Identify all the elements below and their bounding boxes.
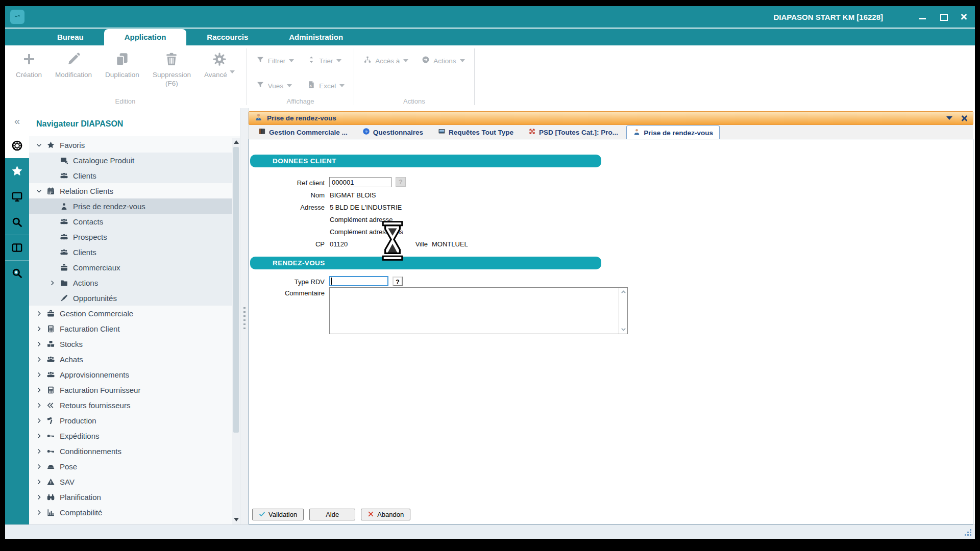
ribbon-button-excel[interactable]: X Excel bbox=[307, 81, 345, 91]
minimize-button[interactable] bbox=[919, 13, 927, 21]
validation-button[interactable]: Validation bbox=[252, 509, 304, 520]
calculator-icon bbox=[44, 324, 57, 333]
tree-item-stocks[interactable]: Stocks bbox=[29, 336, 240, 352]
type-rdv-label: Type RDV bbox=[249, 278, 325, 286]
ribbon-group-actions: Accès à Actions Actions bbox=[359, 45, 469, 108]
ribbon-button-modification[interactable]: Modification bbox=[48, 45, 99, 80]
tree-item-retours-fournisseurs[interactable]: Retours fournisseurs bbox=[29, 397, 240, 413]
tree-item-approvisionnements[interactable]: Approvisionnements bbox=[29, 367, 240, 382]
ribbon-button-actions[interactable]: Actions bbox=[422, 56, 464, 66]
tree-item-commerciaux[interactable]: Commerciaux bbox=[29, 260, 240, 275]
tree-collapsed-chevron-icon[interactable] bbox=[33, 417, 44, 424]
menu-tab-application[interactable]: Application bbox=[104, 29, 187, 45]
ref-client-help-button[interactable]: ? bbox=[396, 177, 406, 187]
rail-search-icon[interactable] bbox=[5, 209, 29, 235]
tree-item-facturation-client[interactable]: Facturation Client bbox=[29, 321, 240, 336]
scroll-up-arrow-icon[interactable] bbox=[232, 138, 240, 146]
nav-scrollbar[interactable] bbox=[232, 138, 240, 524]
tree-item-label: Catalogue Produit bbox=[73, 156, 134, 165]
scroll-down-arrow-icon[interactable] bbox=[232, 515, 240, 523]
ribbon-button-trier[interactable]: Trier bbox=[307, 56, 345, 66]
document-tab-psd-toutes-cat-pro[interactable]: PSD [Toutes Cat.]: Pro... bbox=[522, 125, 625, 139]
tree-item-contacts[interactable]: Contacts bbox=[29, 214, 240, 229]
tree-item-clients[interactable]: Clients bbox=[29, 244, 240, 260]
tree-item-favoris[interactable]: Favoris bbox=[29, 137, 240, 153]
tree-collapsed-chevron-icon[interactable] bbox=[33, 310, 44, 317]
tree-item-production[interactable]: Production bbox=[29, 413, 240, 428]
splitter-grip-icon[interactable] bbox=[243, 307, 246, 331]
rail-columns-icon[interactable] bbox=[5, 235, 29, 260]
tree-item-label: SAV bbox=[60, 478, 75, 486]
menu-tab-bureau[interactable]: Bureau bbox=[37, 29, 104, 45]
tree-collapsed-chevron-icon[interactable] bbox=[33, 509, 44, 516]
ribbon-group-label: Affichage bbox=[252, 97, 349, 108]
menu-tab-raccourcis[interactable]: Raccourcis bbox=[186, 29, 268, 45]
tree-collapsed-chevron-icon[interactable] bbox=[33, 371, 44, 378]
tree-collapsed-chevron-icon[interactable] bbox=[33, 433, 44, 439]
tree-item-pose[interactable]: Pose bbox=[29, 459, 240, 474]
panel-splitter[interactable] bbox=[240, 108, 249, 524]
type-rdv-help-button[interactable]: ? bbox=[393, 277, 403, 286]
hardhat-icon bbox=[44, 462, 57, 471]
tree-item-planification[interactable]: Planification bbox=[29, 489, 240, 505]
tree-item-prospects[interactable]: Prospects bbox=[29, 229, 240, 244]
tree-collapsed-chevron-icon[interactable] bbox=[46, 280, 58, 286]
scrollbar-thumb[interactable] bbox=[233, 147, 239, 433]
ribbon-button-suppression-f6[interactable]: Suppression (F6) bbox=[146, 45, 198, 88]
ribbon-button-vues[interactable]: Vues bbox=[256, 81, 295, 91]
type-rdv-input[interactable] bbox=[329, 276, 388, 286]
tree-collapsed-chevron-icon[interactable] bbox=[33, 479, 44, 485]
tree-item-clients[interactable]: Clients bbox=[29, 168, 240, 183]
resize-grip-icon[interactable] bbox=[964, 528, 972, 536]
tree-item-sav[interactable]: SAV bbox=[29, 474, 240, 489]
tree-item-achats[interactable]: Achats bbox=[29, 352, 240, 367]
tree-item-opportunites[interactable]: Opportunités bbox=[29, 290, 240, 306]
ribbon-button-acces-a[interactable]: Accès à bbox=[363, 56, 408, 66]
document-tab-prise-de-rendez-vous[interactable]: Prise de rendez-vous bbox=[626, 126, 720, 139]
tree-item-actions[interactable]: Actions bbox=[29, 275, 240, 290]
ref-client-input[interactable] bbox=[329, 177, 391, 187]
document-tab-questionnaires[interactable]: ?Questionnaires bbox=[356, 125, 430, 139]
abandon-button[interactable]: Abandon bbox=[361, 509, 410, 520]
check-icon bbox=[259, 511, 265, 519]
tree-item-catalogue-produit[interactable]: Catalogue Produit bbox=[29, 153, 240, 168]
tree-expanded-chevron-icon[interactable] bbox=[33, 142, 44, 148]
tree-collapsed-chevron-icon[interactable] bbox=[33, 341, 44, 347]
ribbon-button-creation[interactable]: Création bbox=[9, 45, 48, 80]
tree-item-expeditions[interactable]: Expéditions bbox=[29, 428, 240, 443]
rail-wheel-icon[interactable] bbox=[5, 133, 29, 158]
ribbon-button-duplication[interactable]: Duplication bbox=[99, 45, 146, 80]
maximize-button[interactable] bbox=[939, 13, 947, 21]
tree-item-prise-de-rendez-vous[interactable]: Prise de rendez-vous bbox=[29, 198, 240, 214]
rail-search-pin-icon[interactable] bbox=[5, 260, 29, 286]
rail-star-icon[interactable] bbox=[5, 158, 29, 184]
textarea-scrollbar[interactable] bbox=[619, 288, 627, 334]
tree-collapsed-chevron-icon[interactable] bbox=[33, 387, 44, 393]
tree-item-label: Relation Clients bbox=[60, 187, 113, 195]
tree-item-relation-clients[interactable]: Relation Clients bbox=[29, 183, 240, 198]
document-tab-gestion-commerciale[interactable]: Gestion Commerciale ... bbox=[252, 125, 354, 139]
tree-item-conditionnements[interactable]: Conditionnements bbox=[29, 443, 240, 459]
document-menu-caret-icon[interactable] bbox=[946, 116, 952, 120]
tree-collapsed-chevron-icon[interactable] bbox=[33, 448, 44, 455]
menu-tab-administration[interactable]: Administration bbox=[268, 29, 363, 45]
aide-button[interactable]: Aide bbox=[309, 509, 355, 520]
rail-monitor-icon[interactable] bbox=[5, 184, 29, 209]
tree-item-gestion-commerciale[interactable]: Gestion Commerciale bbox=[29, 306, 240, 321]
person-icon bbox=[58, 202, 70, 211]
sidebar-collapse-button[interactable]: « bbox=[5, 108, 29, 133]
tree-item-comptabilite[interactable]: Comptabilité bbox=[29, 505, 240, 520]
ribbon-button-avance[interactable]: Avancé bbox=[198, 45, 241, 80]
tree-expanded-chevron-icon[interactable] bbox=[33, 188, 44, 194]
commentaire-textarea[interactable] bbox=[329, 287, 628, 334]
tree-item-facturation-fournisseur[interactable]: Facturation Fournisseur bbox=[29, 382, 240, 397]
ribbon-button-filtrer[interactable]: Filtrer bbox=[256, 56, 295, 66]
tree-collapsed-chevron-icon[interactable] bbox=[33, 356, 44, 363]
tree-collapsed-chevron-icon[interactable] bbox=[33, 494, 44, 500]
tree-collapsed-chevron-icon[interactable] bbox=[33, 463, 44, 470]
close-button[interactable] bbox=[960, 13, 968, 21]
document-close-icon[interactable] bbox=[961, 115, 968, 122]
tree-collapsed-chevron-icon[interactable] bbox=[33, 402, 44, 409]
tree-collapsed-chevron-icon[interactable] bbox=[33, 325, 44, 332]
document-tab-requetes-tout-type[interactable]: Requêtes Tout Type bbox=[431, 125, 520, 139]
